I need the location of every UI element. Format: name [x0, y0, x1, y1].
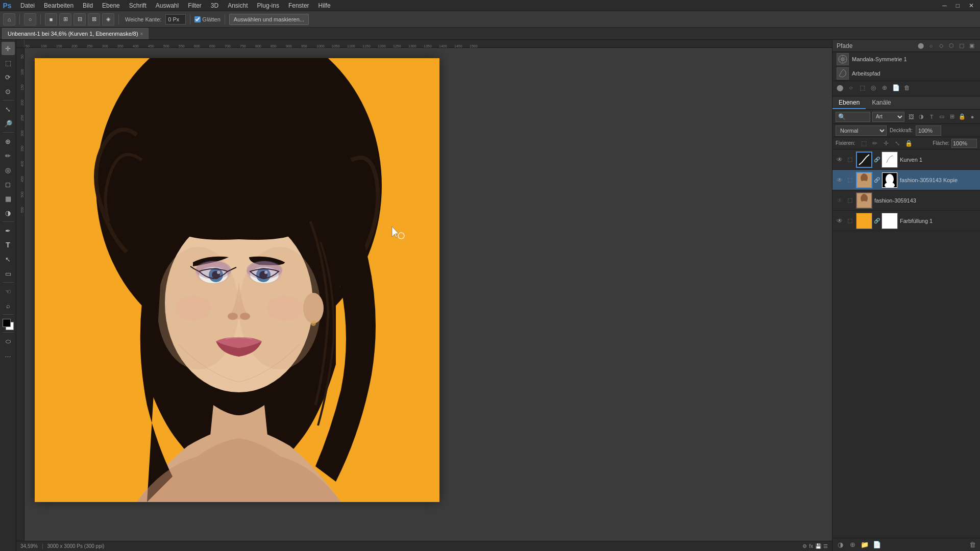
- path-item-arbeitspfad[interactable]: Arbeitspfad: [832, 66, 980, 81]
- path-fill-btn[interactable]: ⬤: [835, 83, 845, 93]
- add-mask-layer-btn[interactable]: ⊕: [847, 540, 858, 550]
- paths-icon-3[interactable]: ◇: [937, 42, 945, 50]
- document-tab[interactable]: Unbenannt-1 bei 34,6% (Kurven 1, Ebenenm…: [2, 28, 149, 39]
- path-item-mandala[interactable]: Mandala-Symmetrie 1: [832, 52, 980, 66]
- paths-icon-6[interactable]: ▣: [968, 42, 976, 50]
- layer-smart-icon[interactable]: ⊞: [947, 112, 957, 121]
- menu-fenster[interactable]: Fenster: [284, 1, 313, 10]
- layer-chain-fashion-kopie: 🔗: [874, 177, 879, 183]
- layer-visibility-kurven1[interactable]: 👁: [836, 156, 844, 164]
- layer-filter-dropdown[interactable]: Art: [872, 112, 904, 122]
- pen-tool-btn[interactable]: ✒: [2, 224, 15, 237]
- menu-3d[interactable]: 3D: [207, 1, 223, 10]
- path-stroke-btn[interactable]: ○: [846, 83, 856, 93]
- healing-tool-btn[interactable]: ⊕: [2, 135, 15, 148]
- lock-paint-icon[interactable]: ✏: [870, 139, 879, 148]
- select-mask-btn[interactable]: Auswählen und maskieren...: [229, 14, 309, 25]
- layer-adjustment-icon[interactable]: ◑: [917, 112, 926, 121]
- paths-icon-1[interactable]: ⬤: [917, 42, 925, 50]
- text-tool-btn[interactable]: T: [2, 238, 15, 252]
- feather-input[interactable]: [165, 14, 186, 24]
- lock-all-icon[interactable]: 🔒: [904, 139, 913, 148]
- add-mask-btn[interactable]: ⊕: [879, 83, 890, 93]
- move-tool-btn[interactable]: ✛: [2, 42, 15, 55]
- lock-move-icon[interactable]: ✛: [881, 139, 891, 148]
- intersect-selection-btn[interactable]: ⊠: [88, 13, 100, 26]
- gradient-tool-btn[interactable]: ▦: [2, 192, 15, 205]
- window-close[interactable]: ✕: [965, 1, 978, 10]
- subtract-selection-btn[interactable]: ⊟: [74, 13, 86, 26]
- add-adjustment-btn[interactable]: ◑: [835, 540, 846, 550]
- paths-icon-4[interactable]: ⬡: [947, 42, 955, 50]
- eyedropper-tool-btn[interactable]: 🔎: [2, 117, 15, 130]
- paths-icon-2[interactable]: ○: [927, 42, 935, 50]
- opacity-input[interactable]: [916, 126, 941, 136]
- menu-ebene[interactable]: Ebene: [98, 1, 124, 10]
- tab-kanaele[interactable]: Kanäle: [866, 97, 897, 109]
- clone-tool-btn[interactable]: ◎: [2, 163, 15, 177]
- smooth-checkbox[interactable]: [194, 16, 201, 22]
- menu-hilfe[interactable]: Hilfe: [314, 1, 335, 10]
- tab-close-icon[interactable]: ×: [140, 31, 143, 37]
- brush-options-btn[interactable]: ○: [24, 13, 36, 26]
- blend-mode-select[interactable]: Normal: [836, 126, 887, 136]
- paths-icon-5[interactable]: ▢: [958, 42, 966, 50]
- menu-schrift[interactable]: Schrift: [125, 1, 151, 10]
- new-selection-btn[interactable]: ■: [45, 13, 57, 26]
- quick-mask-btn[interactable]: ⬭: [3, 336, 14, 347]
- layer-item-farbfuellung[interactable]: 👁 ⬚ 🔗 Farbfüllung 1: [832, 211, 980, 231]
- more-tools-btn[interactable]: …: [2, 348, 15, 361]
- smart-radius-btn[interactable]: ◈: [102, 13, 114, 26]
- layer-item-fashion[interactable]: 👁 ⬚ fashion-3059143: [832, 190, 980, 211]
- eraser-tool-btn[interactable]: ◻: [2, 178, 15, 191]
- lock-pixels-icon[interactable]: ⬚: [859, 139, 868, 148]
- color-swatches[interactable]: [3, 319, 14, 330]
- smooth-label[interactable]: Glätten: [194, 16, 220, 22]
- path-select-tool-btn[interactable]: ↖: [2, 253, 15, 266]
- tab-ebenen[interactable]: Ebenen: [832, 97, 866, 109]
- delete-path-btn[interactable]: 🗑: [902, 83, 912, 93]
- fill-input[interactable]: [951, 139, 977, 148]
- layer-pixel-icon[interactable]: 🖼: [906, 112, 916, 121]
- crop-tool-btn[interactable]: ⤡: [2, 103, 15, 116]
- canvas-scroll[interactable]: [24, 48, 832, 541]
- marquee-tool-btn[interactable]: ⬚: [2, 56, 15, 69]
- layer-type-icon[interactable]: T: [927, 112, 936, 121]
- menu-plugins[interactable]: Plug-ins: [253, 1, 283, 10]
- menu-filter[interactable]: Filter: [184, 1, 206, 10]
- zoom-tool-btn[interactable]: ⌕: [2, 299, 15, 312]
- menu-datei[interactable]: Datei: [16, 1, 39, 10]
- menu-auswahl[interactable]: Auswahl: [152, 1, 183, 10]
- new-path-btn[interactable]: 📄: [891, 83, 901, 93]
- path-to-selection-btn[interactable]: ⬚: [857, 83, 867, 93]
- add-group-btn[interactable]: 📁: [859, 540, 870, 550]
- delete-layer-btn[interactable]: 🗑: [967, 540, 978, 550]
- layer-item-fashion-kopie[interactable]: 👁 ⬚ 🔗: [832, 170, 980, 190]
- selection-to-path-btn[interactable]: ◎: [868, 83, 878, 93]
- brush-tool-btn[interactable]: ✏: [2, 149, 15, 162]
- dodge-tool-btn[interactable]: ◑: [2, 206, 15, 219]
- layer-item-kurven1[interactable]: 👁 ⬚ 🔗 Kurven: [832, 149, 980, 170]
- layer-visibility-fashion[interactable]: 👁: [836, 196, 844, 205]
- layer-circle-icon[interactable]: ●: [968, 112, 977, 121]
- add-selection-btn[interactable]: ⊞: [59, 13, 71, 26]
- layer-search-input[interactable]: [847, 114, 868, 119]
- lasso-tool-btn[interactable]: ⟳: [2, 70, 15, 84]
- layer-shape-icon[interactable]: ▭: [937, 112, 946, 121]
- lock-artboard-icon[interactable]: ⤡: [893, 139, 902, 148]
- shape-tool-btn[interactable]: ▭: [2, 267, 15, 280]
- layer-visibility-fashion-kopie[interactable]: 👁: [836, 176, 844, 184]
- window-minimize[interactable]: ─: [938, 1, 951, 10]
- hand-tool-btn[interactable]: ☜: [2, 285, 15, 298]
- menu-ansicht[interactable]: Ansicht: [224, 1, 252, 10]
- menu-bild[interactable]: Bild: [79, 1, 97, 10]
- layer-lock-icon[interactable]: 🔒: [958, 112, 967, 121]
- home-btn[interactable]: ⌂: [3, 13, 15, 26]
- layer-search[interactable]: 🔍: [836, 112, 870, 122]
- window-maximize[interactable]: □: [952, 1, 964, 10]
- layer-visibility-farbfuellung[interactable]: 👁: [836, 217, 844, 225]
- quick-select-tool-btn[interactable]: ⊙: [2, 85, 15, 98]
- menu-bearbeiten[interactable]: Bearbeiten: [40, 1, 78, 10]
- foreground-color-swatch[interactable]: [3, 319, 11, 327]
- add-layer-btn[interactable]: 📄: [871, 540, 883, 550]
